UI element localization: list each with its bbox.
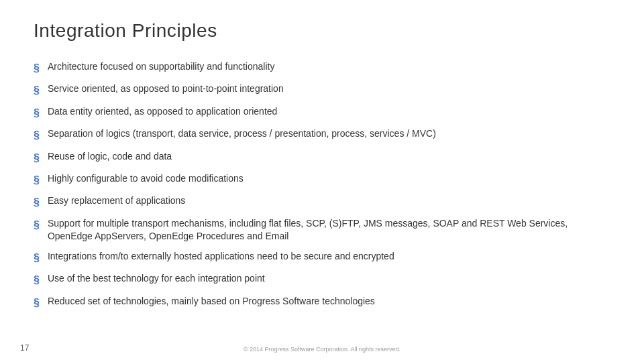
bullet-text: Reuse of logic, code and data — [48, 150, 610, 164]
list-item: §Architecture focused on supportability … — [34, 60, 610, 76]
bullet-icon: § — [34, 296, 40, 310]
bullet-text: Integrations from/to externally hosted a… — [48, 250, 610, 263]
page-number: 17 — [20, 343, 29, 353]
bullet-text: Use of the best technology for each inte… — [48, 272, 610, 286]
list-item: §Separation of logics (transport, data s… — [34, 127, 610, 143]
list-item: §Integrations from/to externally hosted … — [34, 250, 610, 265]
list-item: §Reduced set of technologies, mainly bas… — [34, 295, 610, 310]
bullet-icon: § — [34, 251, 40, 265]
list-item: §Data entity oriented, as opposed to app… — [34, 105, 610, 121]
bullet-icon: § — [34, 173, 40, 188]
bullet-list: §Architecture focused on supportability … — [34, 60, 610, 310]
list-item: §Support for multiple transport mechanis… — [34, 217, 610, 243]
footer-text: © 2014 Progress Software Corporation. Al… — [244, 346, 400, 353]
bullet-icon: § — [34, 218, 40, 233]
bullet-text: Data entity oriented, as opposed to appl… — [48, 105, 610, 119]
bullet-icon: § — [34, 151, 40, 166]
list-item: §Service oriented, as opposed to point-t… — [34, 82, 610, 98]
bullet-icon: § — [34, 195, 40, 210]
list-item: §Use of the best technology for each int… — [34, 272, 610, 288]
list-item: §Highly configurable to avoid code modif… — [34, 172, 610, 188]
bullet-text: Service oriented, as opposed to point-to… — [48, 82, 610, 96]
bullet-text: Highly configurable to avoid code modifi… — [48, 172, 610, 186]
list-item: §Reuse of logic, code and data — [34, 150, 610, 166]
list-item: §Easy replacement of applications — [34, 194, 610, 210]
bullet-icon: § — [34, 106, 40, 121]
bullet-text: Architecture focused on supportability a… — [48, 60, 610, 74]
bullet-text: Separation of logics (transport, data se… — [48, 127, 610, 141]
bullet-icon: § — [34, 273, 40, 288]
bullet-text: Reduced set of technologies, mainly base… — [48, 295, 610, 308]
bullet-icon: § — [34, 61, 40, 76]
slide-container: Integration Principles §Architecture foc… — [0, 0, 644, 362]
bullet-text: Easy replacement of applications — [48, 194, 610, 208]
slide-title: Integration Principles — [34, 20, 610, 42]
bullet-text: Support for multiple transport mechanism… — [48, 217, 610, 243]
bullet-icon: § — [34, 128, 40, 143]
bullet-icon: § — [34, 83, 40, 98]
